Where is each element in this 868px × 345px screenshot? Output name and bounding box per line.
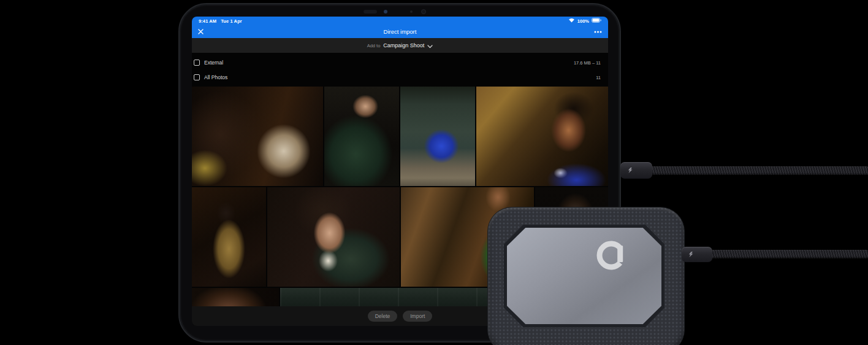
status-bar: 9:41 AM Tue 1 Apr 100% [192, 17, 608, 25]
camera-sensor-pill [364, 10, 377, 14]
source-label: All Photos [204, 74, 596, 80]
status-time: 9:41 AM [199, 18, 216, 24]
battery-percentage: 100% [577, 18, 589, 24]
camera-lens-icon [384, 10, 387, 14]
status-date: Tue 1 Apr [221, 18, 242, 24]
camera-ring [421, 9, 426, 14]
delete-button[interactable]: Delete [368, 311, 398, 322]
front-camera-cluster [364, 9, 437, 15]
source-count: 11 [596, 75, 601, 80]
photo-thumbnail[interactable] [192, 288, 279, 306]
app-top-bar: 9:41 AM Tue 1 Apr 100% [192, 17, 608, 38]
tablet-cable-connector [620, 162, 652, 179]
source-label: External [204, 60, 574, 66]
camera-sensor-dot [410, 10, 413, 13]
external-checkbox[interactable] [194, 60, 200, 66]
photo-thumbnail[interactable] [192, 187, 266, 287]
thunderbolt-icon [628, 168, 633, 173]
photo-thumbnail[interactable] [324, 87, 399, 186]
tablet-cable [644, 166, 868, 175]
photo-thumbnail[interactable] [400, 87, 475, 186]
thunderbolt-icon [688, 252, 693, 257]
add-to-label: Add to [367, 43, 381, 48]
photo-thumbnail[interactable] [267, 187, 400, 287]
g-drive-logo-icon [596, 240, 626, 271]
wifi-icon [568, 18, 575, 24]
close-icon[interactable] [198, 29, 208, 34]
add-to-value: Campaign Shoot [383, 42, 424, 48]
drive-cable [705, 250, 868, 258]
app-header: Direct import [192, 25, 608, 38]
drive-cable-connector [682, 247, 712, 262]
all-photos-checkbox[interactable] [194, 74, 200, 80]
source-size-count: 17.6 MB – 11 [574, 60, 601, 66]
page-title: Direct import [208, 28, 592, 35]
scene: 9:41 AM Tue 1 Apr 100% [0, 0, 868, 345]
grid-row-1 [192, 87, 608, 186]
chevron-down-icon [427, 40, 433, 51]
import-button[interactable]: Import [403, 311, 432, 322]
source-row-external[interactable]: External 17.6 MB – 11 [192, 55, 608, 70]
battery-icon [592, 18, 601, 24]
drive-metal-plate [507, 228, 661, 324]
external-ssd-drive [487, 207, 685, 345]
photo-thumbnail[interactable] [476, 87, 608, 186]
photo-thumbnail[interactable] [192, 87, 323, 186]
source-row-all-photos[interactable]: All Photos 11 [192, 70, 608, 85]
more-icon[interactable] [592, 31, 602, 33]
add-to-selector[interactable]: Add to Campaign Shoot [192, 38, 608, 53]
